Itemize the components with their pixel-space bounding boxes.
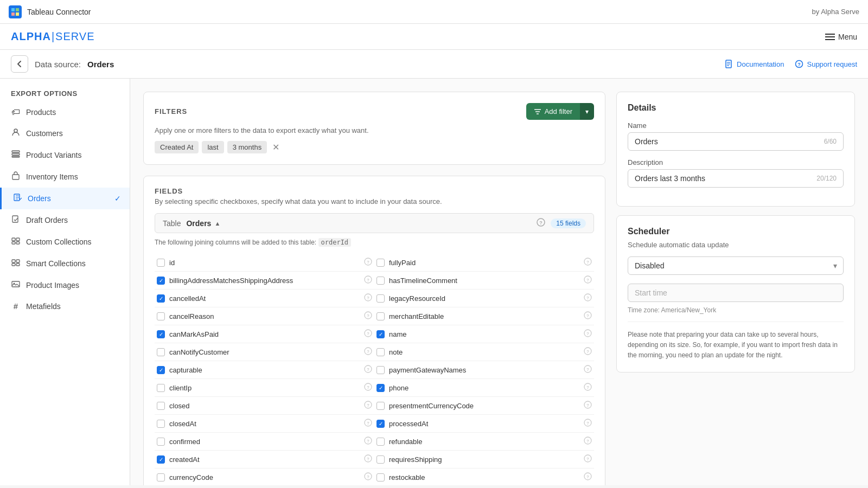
sidebar-item-label: Product Images [26,281,79,290]
field-checkbox-currencyCode[interactable] [157,473,165,481]
sidebar-item-product-images[interactable]: Product Images [0,274,130,296]
menu-label: Menu [838,33,857,41]
top-bar-left: Tableau Connector [9,5,91,18]
field-help-icon[interactable]: ? [584,275,592,285]
details-panel: Details Name Orders 6/60 Description Ord… [616,92,855,207]
field-name-clientIp: clientIp [169,384,360,392]
field-help-icon[interactable]: ? [584,472,592,482]
filters-description: Apply one or more filters to the data to… [155,126,594,134]
field-help-icon[interactable]: ? [584,329,592,339]
field-checkbox-canNotifyCustomer[interactable] [157,348,165,356]
field-help-icon[interactable]: ? [584,258,592,267]
field-checkbox-fullyPaid[interactable] [376,259,385,267]
field-checkbox-id[interactable] [157,259,165,267]
back-button[interactable] [11,55,28,73]
field-checkbox-canMarkAsPaid[interactable] [157,330,165,338]
field-help-icon[interactable]: ? [364,258,372,267]
scheduler-select[interactable]: DisabledEvery hourEvery dayEvery weekEve… [628,256,844,275]
menu-button[interactable]: Menu [825,33,857,41]
field-row: paymentGatewayNames? [374,361,594,379]
sidebar-item-product-variants[interactable]: Product Variants [0,144,130,166]
field-checkbox-closed[interactable] [157,402,165,410]
sidebar-item-products[interactable]: 🏷 Products [0,102,130,123]
add-filter-dropdown-button[interactable]: ▾ [580,103,594,120]
field-help-icon[interactable]: ? [364,472,372,482]
field-checkbox-confirmed[interactable] [157,438,165,446]
svg-text:?: ? [586,367,589,372]
field-help-icon[interactable]: ? [364,365,372,375]
field-help-icon[interactable]: ? [584,311,592,321]
field-help-icon[interactable]: ? [364,293,372,303]
field-checkbox-legacyResourceId[interactable] [376,294,385,303]
logo-alpha: ALPHA|SERVE [11,30,95,43]
field-help-icon[interactable]: ? [584,365,592,375]
sidebar-item-draft-orders[interactable]: Draft Orders [0,209,130,231]
field-help-icon[interactable]: ? [584,383,592,393]
field-name-restockable: restockable [389,473,579,481]
field-help-icon[interactable]: ? [364,436,372,446]
table-help-icon[interactable]: ? [537,218,545,228]
sidebar-item-orders[interactable]: Orders ✓ [0,188,130,209]
field-checkbox-note[interactable] [376,348,385,356]
description-counter: 20/120 [816,175,837,182]
field-help-icon[interactable]: ? [364,454,372,464]
field-name-closedAt: closedAt [169,420,360,428]
name-counter: 6/60 [824,138,837,145]
field-help-icon[interactable]: ? [364,275,372,285]
field-help-icon[interactable]: ? [584,401,592,410]
documentation-link[interactable]: Documentation [725,60,784,68]
field-checkbox-presentmentCurrencyCode[interactable] [376,402,385,410]
field-help-icon[interactable]: ? [584,419,592,428]
filter-icon [534,108,541,115]
field-help-icon[interactable]: ? [584,436,592,446]
field-name-cancelReason: cancelReason [169,312,360,320]
field-checkbox-createdAt[interactable] [157,455,165,464]
field-checkbox-requiresShipping[interactable] [376,455,385,464]
field-checkbox-cancelledAt[interactable] [157,294,165,303]
field-help-icon[interactable]: ? [364,347,372,357]
svg-text:?: ? [586,403,589,408]
field-checkbox-phone[interactable] [376,384,385,392]
start-time-input[interactable]: Start time [628,284,844,302]
field-checkbox-refundable[interactable] [376,438,385,446]
field-name-fullyPaid: fullyPaid [389,259,579,267]
field-help-icon[interactable]: ? [364,401,372,410]
sidebar-item-inventory-items[interactable]: Inventory Items [0,166,130,188]
add-filter-button[interactable]: Add filter [526,103,580,120]
field-name-confirmed: confirmed [169,438,360,446]
field-checkbox-hasTimelineComment[interactable] [376,277,385,285]
field-help-icon[interactable]: ? [364,419,372,428]
filter-clear-button[interactable]: ✕ [272,142,279,152]
svg-text:?: ? [367,474,369,479]
field-checkbox-merchantEditable[interactable] [376,312,385,320]
sidebar-item-label: Smart Collections [26,259,86,268]
field-checkbox-clientIp[interactable] [157,384,165,392]
field-checkbox-capturable[interactable] [157,366,165,374]
documentation-icon [725,60,733,68]
field-row: refundable? [374,433,594,451]
field-help-icon[interactable]: ? [364,329,372,339]
field-checkbox-name[interactable] [376,330,385,338]
sidebar-item-metafields[interactable]: # Metafields [0,296,130,316]
field-name-cancelledAt: cancelledAt [169,294,360,303]
sidebar-item-custom-collections[interactable]: Custom Collections [0,231,130,253]
field-help-icon[interactable]: ? [584,347,592,357]
description-input[interactable]: Orders last 3 months 20/120 [628,169,844,188]
sidebar-item-customers[interactable]: Customers [0,123,130,144]
field-checkbox-paymentGatewayNames[interactable] [376,366,385,374]
field-checkbox-processedAt[interactable] [376,420,385,428]
svg-text:?: ? [586,296,589,300]
field-row: presentmentCurrencyCode? [374,397,594,415]
field-help-icon[interactable]: ? [364,311,372,321]
field-checkbox-cancelReason[interactable] [157,312,165,320]
field-help-icon[interactable]: ? [584,293,592,303]
name-input[interactable]: Orders 6/60 [628,132,844,151]
field-help-icon[interactable]: ? [364,383,372,393]
sidebar-item-smart-collections[interactable]: Smart Collections [0,253,130,274]
field-checkbox-restockable[interactable] [376,473,385,481]
field-help-icon[interactable]: ? [584,454,592,464]
support-link[interactable]: ? Support request [795,60,857,68]
field-checkbox-closedAt[interactable] [157,420,165,428]
sidebar-item-label: Customers [26,129,63,138]
field-checkbox-billingAddressMatchesShippingAddress[interactable] [157,277,165,285]
